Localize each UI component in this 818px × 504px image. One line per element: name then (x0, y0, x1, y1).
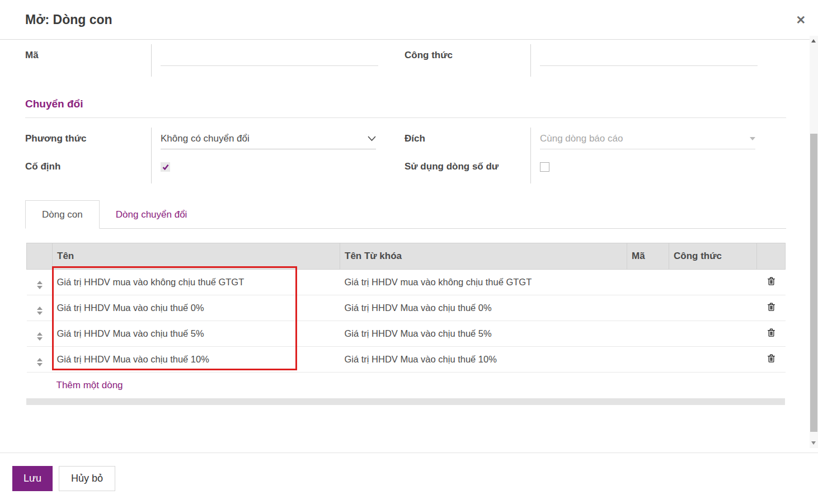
cell-ma[interactable] (627, 347, 669, 373)
cell-cong-thuc[interactable] (669, 295, 757, 321)
fixed-checkbox[interactable] (161, 162, 170, 172)
field-group-fixed: Cố định (25, 156, 375, 183)
method-select-value: Không có chuyển đổi (161, 133, 250, 144)
page-title: Mở: Dòng con (25, 12, 112, 27)
cell-ten[interactable]: Giá trị HHDV mua vào không chịu thuế GTG… (53, 270, 340, 295)
add-line-row: Thêm một dòng (27, 373, 786, 398)
method-field-cell: Không có chuyển đổi (151, 128, 376, 156)
right-field-group: Đích Cùng dòng báo cáo Sử dụng dòng số d… (405, 128, 786, 183)
table-row: Giá trị HHDV Mua vào chịu thuế 0% Giá tr… (27, 295, 786, 321)
cell-ten[interactable]: Giá trị HHDV Mua vào chịu thuế 5% (53, 321, 340, 347)
table-body: Giá trị HHDV mua vào không chịu thuế GTG… (27, 270, 786, 398)
field-group-code: Mã (25, 44, 375, 77)
method-select[interactable]: Không có chuyển đổi (161, 133, 376, 149)
cell-ten[interactable]: Giá trị HHDV Mua vào chịu thuế 10% (53, 347, 340, 373)
save-button[interactable]: Lưu (12, 466, 53, 491)
drag-handle-icon[interactable] (37, 332, 43, 341)
trash-icon[interactable] (766, 327, 777, 338)
row-handle-cell[interactable] (27, 270, 53, 295)
tab-bar: Dòng con Dòng chuyển đổi (25, 200, 786, 229)
form-row-1: Mã Công thức (25, 44, 786, 77)
left-field-group: Phương thức Không có chuyển đổi Cố định (25, 128, 375, 183)
row-handle-cell[interactable] (27, 295, 53, 321)
cell-keyword[interactable]: Giá trị HHDV Mua vào chịu thuế 5% (340, 321, 627, 347)
section-title: Chuyển đổi (25, 98, 786, 118)
drag-handle-icon[interactable] (37, 307, 43, 315)
target-label: Đích (405, 128, 530, 156)
scrollbar-track[interactable] (810, 36, 818, 448)
scroll-up-icon[interactable] (811, 39, 816, 43)
formula-field-cell (530, 44, 786, 77)
tab-dong-con[interactable]: Dòng con (25, 200, 100, 229)
fixed-label: Cố định (25, 156, 151, 183)
table-row: Giá trị HHDV Mua vào chịu thuế 10% Giá t… (27, 347, 786, 373)
child-lines-table: Tên Tên Từ khóa Mã Công thức Giá trị HHD… (26, 243, 786, 398)
use-balance-label: Sử dụng dòng số dư (405, 156, 530, 183)
formula-input[interactable] (540, 50, 758, 66)
col-header-keyword[interactable]: Tên Từ khóa (340, 243, 627, 270)
cell-keyword[interactable]: Giá trị HHDV Mua vào chịu thuế 10% (340, 347, 627, 373)
tab-dong-chuyen-doi[interactable]: Dòng chuyển đổi (100, 201, 204, 228)
col-header-delete (757, 243, 786, 270)
fixed-field-cell (151, 156, 375, 183)
formula-label: Công thức (405, 44, 530, 77)
cancel-button[interactable]: Hủy bỏ (59, 466, 115, 491)
cell-cong-thuc[interactable] (669, 270, 757, 295)
table-header-row: Tên Tên Từ khóa Mã Công thức (27, 243, 786, 270)
scrollbar-thumb[interactable] (810, 134, 817, 432)
drag-handle-icon[interactable] (37, 281, 43, 289)
cell-ten[interactable]: Giá trị HHDV Mua vào chịu thuế 0% (53, 295, 340, 321)
list-footer-strip (26, 398, 785, 405)
code-field-cell (151, 44, 378, 77)
col-header-handle (27, 243, 53, 270)
drag-handle-icon[interactable] (37, 358, 43, 366)
trash-icon[interactable] (766, 302, 777, 312)
table-row: Giá trị HHDV mua vào không chịu thuế GTG… (27, 270, 786, 295)
field-group-formula: Công thức (405, 44, 786, 77)
row-handle-cell[interactable] (27, 321, 53, 347)
col-header-ten[interactable]: Tên (53, 243, 340, 270)
delete-row-button[interactable] (757, 321, 786, 347)
cell-cong-thuc[interactable] (669, 321, 757, 347)
col-header-cong-thuc[interactable]: Công thức (669, 243, 757, 270)
delete-row-button[interactable] (757, 295, 786, 321)
dropdown-arrow-icon (750, 137, 755, 140)
modal-footer: Lưu Hủy bỏ (0, 453, 818, 504)
cell-ma[interactable] (627, 321, 669, 347)
delete-row-button[interactable] (757, 270, 786, 295)
field-group-method: Phương thức Không có chuyển đổi (25, 128, 375, 156)
cell-ma[interactable] (627, 270, 669, 295)
cell-keyword[interactable]: Giá trị HHDV mua vào không chịu thuế GTG… (340, 270, 627, 295)
col-header-ma[interactable]: Mã (627, 243, 669, 270)
trash-icon[interactable] (766, 276, 777, 286)
scroll-down-icon[interactable] (811, 441, 816, 445)
target-field-cell: Cùng dòng báo cáo (530, 128, 786, 156)
form-row-2: Phương thức Không có chuyển đổi Cố định (25, 128, 786, 183)
table-row: Giá trị HHDV Mua vào chịu thuế 5% Giá tr… (27, 321, 786, 347)
target-select-value: Cùng dòng báo cáo (540, 133, 623, 144)
use-balance-checkbox[interactable] (540, 162, 549, 172)
code-input[interactable] (161, 50, 378, 66)
field-group-use-balance: Sử dụng dòng số dư (405, 156, 786, 183)
add-line-link[interactable]: Thêm một dòng (57, 380, 123, 390)
trash-icon[interactable] (766, 353, 777, 364)
code-label: Mã (25, 44, 151, 77)
checkmark-icon (162, 164, 169, 171)
target-select: Cùng dòng báo cáo (540, 133, 755, 149)
modal-header: Mở: Dòng con ✕ (0, 0, 818, 40)
method-label: Phương thức (25, 128, 151, 156)
close-icon[interactable]: ✕ (796, 14, 806, 26)
delete-row-button[interactable] (757, 347, 786, 373)
use-balance-field-cell (530, 156, 786, 183)
cell-ma[interactable] (627, 295, 669, 321)
field-group-target: Đích Cùng dòng báo cáo (405, 128, 786, 156)
modal-body: Mã Công thức Chuyển đổi Phương thức Khôn… (0, 40, 818, 405)
cell-keyword[interactable]: Giá trị HHDV Mua vào chịu thuế 0% (340, 295, 627, 321)
row-handle-cell[interactable] (27, 347, 53, 373)
cell-cong-thuc[interactable] (669, 347, 757, 373)
